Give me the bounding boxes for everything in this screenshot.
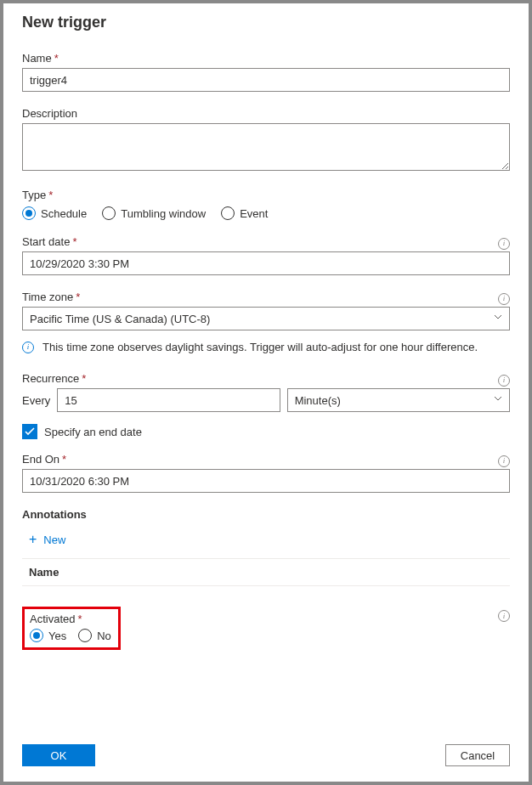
recurrence-field: Recurrence* i Every Minute(s) xyxy=(22,372,510,412)
radio-label: Event xyxy=(240,207,268,220)
type-radio-event[interactable]: Event xyxy=(221,206,268,220)
required-asterisk: * xyxy=(54,52,59,65)
add-annotation-button[interactable]: + New xyxy=(22,524,510,555)
type-radio-schedule[interactable]: Schedule xyxy=(22,206,87,220)
type-radio-tumbling[interactable]: Tumbling window xyxy=(102,206,206,220)
description-label: Description xyxy=(22,107,510,120)
name-field: Name* xyxy=(22,52,510,92)
activated-field: Activated* Yes No i xyxy=(22,607,510,650)
radio-icon xyxy=(221,206,235,220)
type-label: Type* xyxy=(22,189,510,201)
activated-label: Activated* xyxy=(30,613,111,625)
activated-radio-no[interactable]: No xyxy=(78,629,111,642)
info-icon[interactable]: i xyxy=(498,238,510,250)
time-zone-field: Time zone* i Pacific Time (US & Canada) … xyxy=(22,291,510,330)
required-asterisk: * xyxy=(72,235,76,248)
description-field: Description xyxy=(22,107,510,173)
start-date-input[interactable] xyxy=(22,251,510,275)
name-label: Name* xyxy=(22,52,510,65)
radio-icon xyxy=(30,629,43,642)
required-asterisk: * xyxy=(76,291,80,303)
required-asterisk: * xyxy=(48,189,53,201)
start-date-field: Start date* i xyxy=(22,235,510,275)
radio-icon xyxy=(78,629,92,642)
type-field: Type* Schedule Tumbling window Event xyxy=(22,189,510,220)
every-label: Every xyxy=(22,394,50,407)
required-asterisk: * xyxy=(82,372,86,385)
specify-end-date-checkbox[interactable]: Specify an end date xyxy=(22,424,510,439)
chevron-down-icon xyxy=(494,314,502,323)
select-value: Pacific Time (US & Canada) (UTC-8) xyxy=(30,313,210,325)
recurrence-row: Every Minute(s) xyxy=(22,388,510,412)
select-value: Minute(s) xyxy=(295,394,341,407)
activated-highlight-box: Activated* Yes No xyxy=(22,607,121,650)
radio-label: Schedule xyxy=(41,207,87,220)
info-icon[interactable]: i xyxy=(498,610,510,622)
required-asterisk: * xyxy=(77,613,82,625)
radio-label: Tumbling window xyxy=(121,207,206,220)
time-zone-label: Time zone* xyxy=(22,291,80,303)
activated-radio-yes[interactable]: Yes xyxy=(30,629,66,642)
panel-footer: OK Cancel xyxy=(3,734,529,782)
cancel-button[interactable]: Cancel xyxy=(445,744,510,766)
recurrence-label: Recurrence* xyxy=(22,372,86,385)
description-input[interactable] xyxy=(22,123,510,171)
info-icon: i xyxy=(22,342,34,353)
info-icon[interactable]: i xyxy=(498,455,510,467)
type-radio-group: Schedule Tumbling window Event xyxy=(22,206,510,220)
end-on-input[interactable] xyxy=(22,469,510,493)
name-input[interactable] xyxy=(22,68,510,92)
end-on-field: End On* i xyxy=(22,453,510,493)
info-icon[interactable]: i xyxy=(498,293,510,305)
ok-button[interactable]: OK xyxy=(22,744,95,766)
annotations-column-header: Name xyxy=(22,558,510,586)
checkbox-label: Specify an end date xyxy=(44,426,142,438)
start-date-label: Start date* xyxy=(22,235,76,248)
radio-label: No xyxy=(97,630,111,642)
recurrence-value-input[interactable] xyxy=(57,388,280,412)
recurrence-unit-select[interactable]: Minute(s) xyxy=(287,388,510,412)
add-new-label: New xyxy=(43,534,65,546)
checkbox-icon xyxy=(22,424,37,439)
note-text: This time zone observes daylight savings… xyxy=(42,341,478,353)
radio-icon xyxy=(22,206,36,220)
panel-title: New trigger xyxy=(22,14,510,31)
new-trigger-panel: New trigger Name* Description Type* Sche… xyxy=(0,0,532,785)
annotations-label: Annotations xyxy=(22,508,510,521)
panel-content: New trigger Name* Description Type* Sche… xyxy=(3,3,529,734)
radio-label: Yes xyxy=(48,630,66,642)
end-on-label: End On* xyxy=(22,453,66,466)
time-zone-select[interactable]: Pacific Time (US & Canada) (UTC-8) xyxy=(22,307,510,330)
info-icon[interactable]: i xyxy=(498,375,510,387)
required-asterisk: * xyxy=(62,453,66,466)
activated-radio-group: Yes No xyxy=(30,629,111,642)
time-zone-note: i This time zone observes daylight savin… xyxy=(22,341,510,353)
radio-icon xyxy=(102,206,116,220)
chevron-down-icon xyxy=(494,396,502,404)
annotations-section: Annotations + New Name xyxy=(22,508,510,586)
plus-icon: + xyxy=(29,533,37,546)
